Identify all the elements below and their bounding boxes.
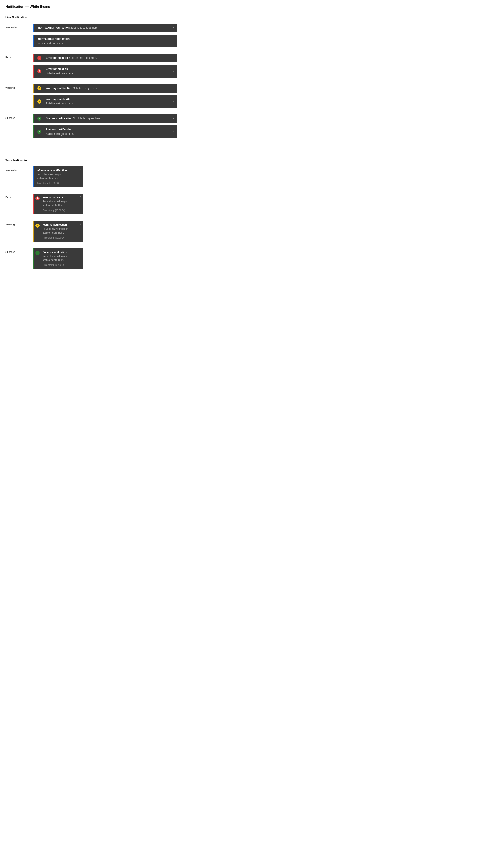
line-info-notifications: Informational notification Subtitle text… [33, 24, 177, 47]
line-error-notifications: ⊘ Error notification Subtitle text goes … [33, 54, 177, 78]
line-success-multi-content: Success notification Subtitle text goes … [43, 125, 169, 138]
toast-error-label: Error [5, 193, 33, 198]
line-success-notifications: ✓ Success notification Subtitle text goe… [33, 114, 177, 138]
warning-circle-icon: ! [37, 86, 41, 90]
toast-success-row: Success ✓ Success notification Roius abn… [5, 248, 177, 269]
success-color-bar [33, 114, 34, 123]
line-error-single-subtitle: Subtitle text goes here. [69, 56, 97, 59]
error-color-bar [33, 54, 34, 62]
toast-warning-body2: adsfiso incidfid idunt. [42, 231, 76, 235]
line-error-label: Error [5, 54, 33, 59]
line-warning-single-title: Warning notification [46, 87, 72, 90]
line-error-single-close[interactable]: × [169, 54, 177, 62]
toast-success-body2: adsfiso incidfid idunt. [42, 258, 76, 262]
toast-error-notif: ⊘ Error notification Roius abnta mod tem… [33, 193, 83, 214]
toast-success-close[interactable]: × [77, 248, 83, 255]
line-error-single: ⊘ Error notification Subtitle text goes … [33, 54, 177, 62]
toast-warning-notif: ! Warning notification Roius abnta mod t… [33, 221, 83, 242]
error-color-bar-2 [33, 65, 34, 78]
toast-error-circle-icon: ⊘ [35, 196, 39, 200]
toast-warning-title: Warning notification [42, 223, 76, 226]
success-circle-icon-2: ✓ [37, 130, 41, 134]
toast-success-content: Success notification Roius abnta mod tem… [41, 248, 77, 269]
line-section-title: Line Notification [5, 16, 177, 19]
line-info-multi-subtitle: Subtitle text goes here. [36, 41, 167, 45]
line-warning-multi-content: Warning notification Subtitle text goes … [43, 95, 169, 108]
toast-warning-icon: ! [34, 221, 41, 228]
line-info-single-title: Informational notification [36, 26, 69, 29]
toast-info-label: Information [5, 166, 33, 172]
line-info-multi-content: Informational notification Subtitle text… [34, 35, 169, 48]
toast-warning-circle-icon: ! [35, 223, 39, 228]
line-error-multi-close[interactable]: × [169, 67, 177, 75]
line-warning-multi-subtitle: Subtitle text goes here. [46, 102, 167, 105]
success-color-bar-2 [33, 125, 34, 138]
line-error-single-title: Error notification [46, 56, 68, 59]
toast-section-title: Toast Notification [5, 159, 177, 162]
toast-error-body1: Roius abnta mod tempor [42, 200, 76, 203]
line-success-row: Success ✓ Success notification Subtitle … [5, 114, 177, 138]
toast-info-content: Informational notification Roius abnta m… [34, 166, 77, 187]
toast-success-timestamp: Time stamp [00:00:00] [42, 264, 76, 267]
error-icon-multi: ⊘ [36, 68, 43, 75]
line-warning-single-close[interactable]: × [169, 84, 177, 92]
line-info-multi-close[interactable]: × [169, 37, 177, 45]
toast-info-row: Information Informational notification R… [5, 166, 177, 187]
toast-error-row: Error ⊘ Error notification Roius abnta m… [5, 193, 177, 214]
toast-success-title: Success notification [42, 250, 76, 254]
line-error-multi: ⊘ Error notification Subtitle text goes … [33, 65, 177, 78]
line-warning-single: ! Warning notification Subtitle text goe… [33, 84, 177, 93]
line-info-row: Information Informational notification S… [5, 24, 177, 47]
toast-info-top: Informational notification Roius abnta m… [33, 166, 83, 187]
line-info-single-subtitle: Subtitle text goes here. [70, 26, 98, 29]
toast-warning-col: ! Warning notification Roius abnta mod t… [33, 221, 177, 242]
toast-warning-timestamp: Time stamp [00:00:00] [42, 236, 76, 240]
toast-success-label: Success [5, 248, 33, 253]
line-info-multi-title: Informational notification [36, 37, 69, 40]
toast-warning-close[interactable]: × [77, 221, 83, 227]
toast-info-col: Informational notification Roius abnta m… [33, 166, 177, 187]
line-info-label: Information [5, 24, 33, 29]
toast-error-col: ⊘ Error notification Roius abnta mod tem… [33, 193, 177, 214]
line-warning-multi-close[interactable]: × [169, 98, 177, 105]
error-circle-icon: ⊘ [37, 56, 41, 60]
toast-warning-content: Warning notification Roius abnta mod tem… [41, 221, 77, 242]
line-warning-notifications: ! Warning notification Subtitle text goe… [33, 84, 177, 108]
line-success-single-close[interactable]: × [169, 115, 177, 123]
toast-error-content: Error notification Roius abnta mod tempo… [41, 193, 77, 214]
toast-error-timestamp: Time stamp [00:00:00] [42, 209, 76, 212]
line-warning-label: Warning [5, 84, 33, 89]
success-icon-single: ✓ [36, 115, 43, 122]
toast-warning-top: ! Warning notification Roius abnta mod t… [33, 221, 83, 242]
toast-info-body1: Roius abnta mod tempor [36, 173, 76, 176]
line-error-row: Error ⊘ Error notification Subtitle text… [5, 54, 177, 78]
warning-circle-icon-2: ! [37, 99, 41, 103]
line-error-multi-subtitle: Subtitle text goes here. [46, 71, 167, 75]
toast-success-col: ✓ Success notification Roius abnta mod t… [33, 248, 177, 269]
toast-error-top: ⊘ Error notification Roius abnta mod tem… [33, 193, 83, 214]
line-success-label: Success [5, 114, 33, 119]
toast-success-notif: ✓ Success notification Roius abnta mod t… [33, 248, 83, 269]
toast-info-timestamp: Time stamp [00:00:00] [36, 182, 76, 185]
line-success-multi-subtitle: Subtitle text goes here. [46, 132, 167, 136]
line-error-single-content: Error notification Subtitle text goes he… [43, 54, 169, 62]
warning-color-bar [33, 84, 34, 93]
line-warning-multi: ! Warning notification Subtitle text goe… [33, 95, 177, 108]
line-info-multi: Informational notification Subtitle text… [33, 35, 177, 48]
toast-info-body2: adsfiso incidfid idunt. [36, 177, 76, 180]
toast-warning-body1: Roius abnta mod tempor [42, 227, 76, 230]
line-success-multi-title: Success notification [46, 128, 73, 131]
line-info-single-content: Informational notification Subtitle text… [34, 24, 169, 32]
success-icon-multi: ✓ [36, 128, 43, 135]
line-success-single-content: Success notification Subtitle text goes … [43, 114, 169, 123]
line-success-multi-close[interactable]: × [169, 128, 177, 136]
toast-info-close[interactable]: × [77, 166, 83, 173]
toast-error-icon: ⊘ [34, 193, 41, 200]
toast-error-body2: adsfiso incidfid idunt. [42, 204, 76, 207]
page-title: Notification — White theme [5, 5, 177, 8]
warning-icon-single: ! [36, 85, 43, 92]
line-error-multi-content: Error notification Subtitle text goes he… [43, 65, 169, 78]
toast-error-close[interactable]: × [77, 193, 83, 200]
line-notification-section: Line Notification Information Informatio… [5, 16, 177, 138]
line-info-single-close[interactable]: × [169, 24, 177, 32]
